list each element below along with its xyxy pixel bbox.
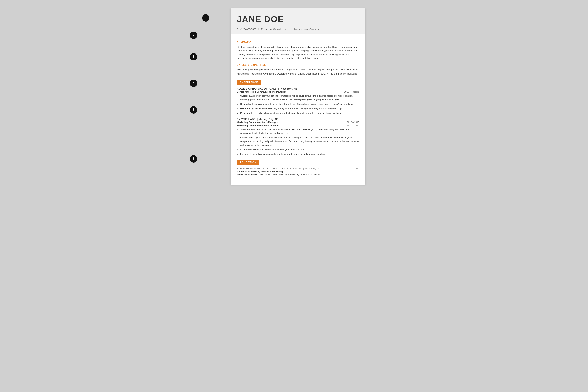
resume-header: JANE DOE P: (123) 456-7890 | E: janedoe@… [231, 8, 366, 34]
summary-text: Strategic marketing professional with el… [237, 45, 359, 60]
bullet-enzyme-2: Established Enzyme's first global sales … [240, 136, 359, 147]
annotation-5: 5 [190, 106, 197, 114]
education-label: EDUCATION [237, 160, 260, 164]
contact-info: P: (123) 456-7890 | E: janedoe@gmail.com… [237, 26, 359, 30]
job-role-row-enzyme-1: Marketing Communications Manager 2012 – … [237, 121, 359, 124]
linkedin-label: Li: [290, 28, 293, 30]
skill-5: A/B Testing Oversight [264, 72, 287, 75]
bullet-enzyme-3: Coordinated events and tradeshows with b… [240, 148, 359, 151]
job-title-rowe: Senior Marketing Communications Manager [237, 91, 286, 93]
job-role-row-enzyme-2: Marketing Communications Associate 2011 … [237, 124, 359, 127]
edu-honors: Honors & Activities: Dean's List / Co-Fo… [237, 173, 359, 176]
annotation-2: 2 [190, 32, 197, 39]
bullet-enzyme-1: Spearheaded a new product launch that re… [240, 128, 359, 135]
education-line [262, 162, 359, 162]
company-name-rowe: ROWE BIOPHARMACEUTICALS [237, 88, 277, 90]
bullet-rowe-1: Oversee a 12-person communications team … [240, 94, 359, 101]
resume-body: SUMMARY Strategic marketing professional… [231, 34, 366, 184]
job-entry-rowe: ROWE BIOPHARMACEUTICALS | New York, NY S… [237, 88, 359, 115]
skills-list: • Presenting Marketing Decks over Zoom a… [237, 68, 359, 76]
skill-4: Branding / Rebranding [238, 72, 262, 75]
annotation-1: 1 [202, 14, 210, 22]
company-name-enzyme: ENZYME LABS [237, 118, 256, 121]
phone-number: (123) 456-7890 [240, 28, 256, 30]
skill-6: Search Engine Optimization (SEO) [290, 72, 326, 75]
education-section-bar: EDUCATION [237, 160, 359, 164]
candidate-name: JANE DOE [237, 14, 359, 24]
skill-1: Presenting Marketing Decks over Zoom and… [238, 68, 298, 71]
annotation-3: 3 [190, 53, 197, 60]
email-address: janedoe@gmail.com [264, 28, 286, 30]
separator-2: | [288, 28, 288, 30]
edu-year: 2011 [354, 168, 359, 170]
skill-3: ROI Forecasting [341, 68, 358, 71]
edu-school-row: NEW YORK UNIVERSITY – STERN SCHOOL OF BU… [237, 168, 359, 170]
job-dates-enzyme-1: 2012 – 2015 [347, 121, 359, 124]
job-dates-enzyme-2: 2011 – 2012 [347, 124, 359, 127]
skills-row-2: • Branding / Rebranding • A/B Testing Ov… [237, 72, 359, 76]
edu-degree: Bachelor of Science, Business Marketing [237, 170, 359, 173]
phone-label: P: [237, 28, 239, 30]
company-location-rowe: New York, NY [280, 88, 298, 90]
bullet-rowe-4: Represent the brand in all press intervi… [240, 111, 359, 115]
page-wrapper: 1 2 3 4 5 6 JANE DOE P: (123) 456-7890 |… [222, 8, 366, 184]
skill-7: Public & Investor Relations [329, 72, 357, 75]
edu-school-name: NEW YORK UNIVERSITY – STERN SCHOOL OF BU… [237, 168, 320, 170]
experience-section-bar: EXPERIENCE [237, 80, 359, 84]
job-bullets-enzyme: Spearheaded a new product launch that re… [237, 128, 359, 156]
job-dates-rowe: 2015 – Present [344, 91, 359, 93]
skills-heading: SKILLS & EXPERTISE [237, 64, 359, 66]
annotation-6: 6 [190, 155, 197, 162]
skills-row-1: • Presenting Marketing Decks over Zoom a… [237, 68, 359, 72]
bullet-rowe-3: Generated $3.5M ROI by developing a long… [240, 106, 359, 110]
bullet-enzyme-4: Ensured all marketing materials adhered … [240, 152, 359, 156]
annotation-4: 4 [190, 80, 197, 87]
skill-2: Long Distance Project Management [301, 68, 338, 71]
separator-1: | [258, 28, 259, 30]
job-role-row-rowe: Senior Marketing Communications Manager … [237, 91, 359, 93]
resume-document: JANE DOE P: (123) 456-7890 | E: janedoe@… [231, 8, 366, 184]
experience-line [264, 82, 359, 82]
bullet-rowe-2: Charged with keeping remote team on-task… [240, 102, 359, 106]
job-bullets-rowe: Oversee a 12-person communications team … [237, 94, 359, 115]
job-title-enzyme-1: Marketing Communications Manager [237, 121, 278, 124]
job-company-enzyme: ENZYME LABS | Jersey City, NJ [237, 118, 359, 121]
job-entry-enzyme: ENZYME LABS | Jersey City, NJ Marketing … [237, 118, 359, 156]
linkedin-url: linkedin.com/in/jane-doe [294, 28, 320, 30]
job-company-rowe: ROWE BIOPHARMACEUTICALS | New York, NY [237, 88, 359, 90]
email-label: E: [261, 28, 264, 30]
job-title-enzyme-2: Marketing Communications Associate [237, 124, 279, 127]
summary-heading: SUMMARY [237, 41, 359, 44]
company-location-enzyme: Jersey City, NJ [260, 118, 278, 121]
education-entry: NEW YORK UNIVERSITY – STERN SCHOOL OF BU… [237, 168, 359, 176]
experience-label: EXPERIENCE [237, 80, 261, 84]
